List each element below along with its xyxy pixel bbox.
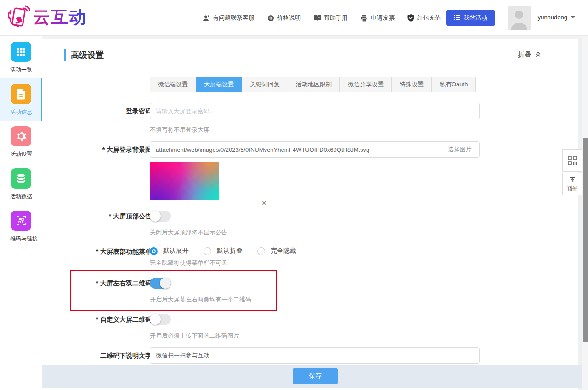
sidebar-item-label: 活动数据 <box>10 193 32 201</box>
radio-label: 默认折叠 <box>217 247 243 255</box>
chevron-down-icon <box>571 16 575 18</box>
custom-qrcode-label: * 自定义大屏二维码 <box>64 316 152 324</box>
sidebar: 活动一览 活动信息 活动设置 <box>0 36 42 390</box>
section-accent-bar <box>64 49 66 61</box>
bg-image-path-input[interactable] <box>150 142 440 157</box>
section-header: 高级设置 <box>64 49 104 61</box>
nav-pricing[interactable]: 价格说明 <box>267 14 301 22</box>
sidebar-item-label: 活动一览 <box>10 66 32 74</box>
radio-icon <box>257 247 265 255</box>
sidebar-item-activity-info[interactable]: 活动信息 <box>0 78 42 121</box>
page-title: 高级设置 <box>71 50 104 61</box>
document-icon <box>11 84 31 104</box>
pick-image-button[interactable]: 选择图片 <box>440 142 479 157</box>
radio-option-collapse[interactable]: 默认折叠 <box>204 247 243 255</box>
save-button[interactable]: 保存 <box>293 368 338 384</box>
scrollbar-track[interactable] <box>582 36 588 390</box>
dual-qrcode-label: * 大屏左右双二维码 <box>64 279 152 288</box>
radio-option-expand[interactable]: 默认展开 <box>150 247 189 255</box>
chevron-double-up-icon <box>535 51 541 59</box>
top-notice-label: * 大屏顶部公告 <box>64 212 152 221</box>
tab-region-limit[interactable]: 活动地区限制 <box>288 77 340 92</box>
radio-selected-icon <box>150 247 158 255</box>
radio-label: 完全隐藏 <box>271 247 296 255</box>
username: yunhudong <box>538 14 567 21</box>
sidebar-item-activity-settings[interactable]: 活动设置 <box>0 121 42 163</box>
nav-recharge[interactable]: 红包充值 <box>407 14 441 22</box>
my-activities-button[interactable]: 我的活动 <box>446 10 495 26</box>
collapse-label: 折叠 <box>518 50 531 59</box>
avatar[interactable] <box>508 6 531 30</box>
qrcode-caption-input[interactable] <box>150 347 480 364</box>
recharge-icon <box>407 14 414 22</box>
top-header: 云互动 有问题联系客服 <box>0 0 588 36</box>
manual-icon <box>314 15 321 21</box>
gear-icon <box>11 126 31 146</box>
nav-label: 价格说明 <box>277 14 301 22</box>
sidebar-item-activity-overview[interactable]: 活动一览 <box>0 36 42 78</box>
sidebar-item-activity-data[interactable]: 活动数据 <box>0 163 42 205</box>
qrcode-caption-label: 二维码下说明文字 <box>64 352 152 360</box>
sidebar-item-label: 活动信息 <box>10 108 32 116</box>
nav-label: 申请发票 <box>371 14 395 22</box>
radio-icon <box>204 247 211 255</box>
pricing-icon <box>267 15 274 22</box>
invoice-icon <box>361 15 368 22</box>
qrcode-widget-button[interactable] <box>562 149 582 172</box>
bg-image-label: * 大屏登录背景图 <box>64 146 152 154</box>
nav-manual[interactable]: 帮助手册 <box>314 14 348 22</box>
tab-wechat-share[interactable]: 微信分享设置 <box>339 77 392 92</box>
dual-qrcode-toggle[interactable] <box>150 278 171 289</box>
collapse-button[interactable]: 折叠 <box>518 50 541 59</box>
bottom-menu-label: * 大屏底部功能菜单 <box>64 248 152 256</box>
bottom-menu-options: 默认展开 默认折叠 完全隐藏 <box>150 247 305 255</box>
login-password-label: 登录密码 <box>64 107 152 116</box>
bg-image-preview <box>150 162 219 200</box>
custom-qrcode-toggle[interactable] <box>150 314 171 325</box>
arrow-to-top-icon <box>569 176 576 184</box>
save-bar: 保存 <box>42 365 588 388</box>
scrollbar-thumb[interactable] <box>583 138 588 342</box>
top-nav: 有问题联系客服 价格说明 <box>203 0 441 36</box>
contact-support-icon <box>203 15 210 22</box>
top-notice-toggle[interactable] <box>150 211 171 222</box>
list-icon <box>454 15 460 22</box>
radio-option-hide[interactable]: 完全隐藏 <box>257 247 296 255</box>
logo-phone-icon <box>6 5 30 30</box>
nav-label: 红包充值 <box>417 14 441 22</box>
bg-image-input-group: 选择图片 <box>150 141 480 158</box>
grid-icon <box>11 42 31 62</box>
my-activities-label: 我的活动 <box>464 14 487 22</box>
bottom-menu-hint: 完全隐藏将使得菜单栏不可见 <box>150 259 227 267</box>
nav-contact-support[interactable]: 有问题联系客服 <box>203 14 254 22</box>
sidebar-item-qrcode-links[interactable]: 二维码与链接 <box>0 205 42 247</box>
logo-text: 云互动 <box>33 6 87 29</box>
toggle-knob <box>150 211 161 222</box>
logo[interactable]: 云互动 <box>6 5 87 30</box>
settings-tabs: 微信端设置 大屏端设置 关键词回复 活动地区限制 微信分享设置 特殊设置 私有O… <box>150 77 476 92</box>
toggle-knob <box>150 314 161 325</box>
sidebar-item-label: 活动设置 <box>10 150 32 158</box>
top-notice-hint: 关闭后大屏顶部将不显示公告 <box>150 228 227 237</box>
tab-keyword-reply[interactable]: 关键词回复 <box>242 77 288 92</box>
radio-label: 默认展开 <box>163 247 189 255</box>
qrcode-icon <box>11 211 31 231</box>
toggle-knob <box>160 278 171 289</box>
back-to-top-label: 顶部 <box>567 185 577 192</box>
user-menu[interactable]: yunhudong <box>538 14 575 21</box>
login-password-hint: 不填写将不用登录大屏 <box>150 126 209 134</box>
nav-invoice[interactable]: 申请发票 <box>361 14 395 22</box>
dual-qrcode-hint: 开启后大屏幕左右两侧均有一个二维码 <box>150 295 251 304</box>
database-icon <box>11 168 31 189</box>
tab-private-oauth[interactable]: 私有Oauth <box>431 77 476 92</box>
nav-label: 有问题联系客服 <box>213 14 254 22</box>
tab-bigscreen-settings[interactable]: 大屏端设置 <box>196 77 242 92</box>
login-password-input[interactable] <box>150 103 480 119</box>
highlight-annotation-box <box>70 270 277 311</box>
sidebar-item-label: 二维码与链接 <box>5 235 38 243</box>
tab-wechat-settings[interactable]: 微信端设置 <box>150 77 196 92</box>
back-to-top-button[interactable]: 顶部 <box>562 173 582 195</box>
floating-widgets: 顶部 <box>562 149 582 197</box>
tab-special-settings[interactable]: 特殊设置 <box>391 77 432 92</box>
remove-image-icon[interactable]: × <box>262 199 266 207</box>
